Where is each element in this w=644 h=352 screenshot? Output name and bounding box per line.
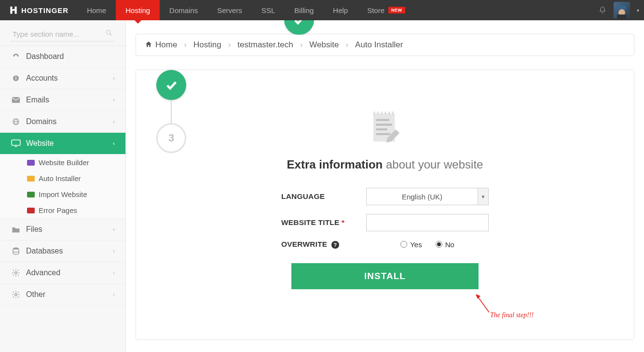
import-icon — [27, 192, 35, 197]
chevron-down-icon: ▼ — [478, 188, 488, 205]
nav-hosting[interactable]: Hosting — [116, 0, 160, 20]
install-form: LANGUAGE English (UK) ▼ WEBSITE TITLE * — [281, 188, 489, 289]
overwrite-label: OVERWRITE ? — [281, 240, 366, 249]
svg-point-14 — [13, 248, 19, 250]
overwrite-yes[interactable]: Yes — [400, 240, 422, 249]
sidebar: Dashboard Accounts ‹ Emails ‹ Domains ‹ … — [0, 20, 126, 352]
chevron-left-icon: ‹ — [113, 75, 115, 82]
brand-logo[interactable]: HOSTINGER — [0, 0, 77, 20]
chevron-right-icon: › — [184, 40, 187, 50]
breadcrumb-home[interactable]: Home — [145, 40, 177, 50]
sub-error-pages[interactable]: Error Pages — [0, 202, 125, 218]
breadcrumb-current: Auto Installer — [355, 40, 403, 50]
database-icon — [11, 247, 21, 255]
svg-rect-8 — [12, 97, 20, 103]
radio-icon — [400, 241, 407, 248]
breadcrumb-hosting[interactable]: Hosting — [193, 40, 221, 50]
sidebar-item-emails[interactable]: Emails ‹ — [0, 89, 125, 111]
sidebar-item-databases[interactable]: Databases ‹ — [0, 240, 125, 262]
install-card: 3 Extra information about your website L… — [136, 70, 634, 340]
breadcrumb: Home › Hosting › testmaster.tech › Websi… — [136, 34, 634, 56]
monitor-icon — [11, 139, 21, 148]
avatar-image — [615, 5, 629, 18]
chevron-left-icon: ‹ — [113, 226, 115, 233]
nav-billing[interactable]: Billing — [285, 0, 323, 20]
language-select[interactable]: English (UK) ▼ — [366, 188, 489, 205]
overwrite-no[interactable]: No — [436, 240, 454, 249]
card-title: Extra information about your website — [155, 158, 615, 171]
chevron-left-icon: ‹ — [113, 140, 115, 147]
error-icon — [27, 208, 35, 213]
sidebar-item-accounts[interactable]: Accounts ‹ — [0, 68, 125, 89]
primary-nav: Home Hosting Domains Servers SSL Billing… — [77, 0, 414, 20]
nav-ssl[interactable]: SSL — [252, 0, 285, 20]
new-badge: NEW — [388, 7, 405, 14]
notifications-icon[interactable] — [598, 6, 607, 14]
svg-point-15 — [15, 272, 17, 274]
svg-rect-6 — [15, 78, 16, 80]
website-title-label: WEBSITE TITLE * — [281, 218, 366, 227]
breadcrumb-domain[interactable]: testmaster.tech — [237, 40, 293, 50]
sub-import-website[interactable]: Import Website — [0, 186, 125, 202]
website-title-input[interactable] — [366, 214, 489, 231]
step-1-circle-partial — [284, 20, 314, 35]
svg-point-7 — [15, 76, 16, 77]
sub-website-builder[interactable]: Website Builder — [0, 155, 125, 170]
sidebar-item-domains[interactable]: Domains ‹ — [0, 111, 125, 133]
field-language: LANGUAGE English (UK) ▼ — [281, 188, 489, 205]
svg-point-16 — [15, 294, 17, 296]
chevron-right-icon: › — [300, 40, 303, 50]
main-content: Home › Hosting › testmaster.tech › Websi… — [126, 20, 644, 352]
nav-help[interactable]: Help — [323, 0, 357, 20]
brand-text: HOSTINGER — [21, 6, 69, 14]
folder-icon — [11, 225, 21, 234]
nav-servers[interactable]: Servers — [207, 0, 252, 20]
language-label: LANGUAGE — [281, 192, 366, 201]
sidebar-item-files[interactable]: Files ‹ — [0, 219, 125, 240]
sidebar-item-other[interactable]: Other ‹ — [0, 284, 125, 306]
mail-icon — [11, 96, 21, 104]
avatar[interactable] — [614, 2, 630, 18]
step-connector — [171, 100, 172, 123]
svg-marker-29 — [476, 294, 480, 299]
annotation-text: The final step!!! — [490, 311, 534, 319]
field-overwrite: OVERWRITE ? Yes No — [281, 240, 489, 249]
nav-home[interactable]: Home — [77, 0, 116, 20]
document-edit-icon — [369, 109, 401, 148]
avatar-chevron-icon[interactable]: ▾ — [637, 8, 639, 13]
chevron-left-icon: ‹ — [113, 248, 115, 254]
hostinger-logo-icon — [9, 5, 18, 15]
info-icon — [11, 74, 21, 83]
install-button[interactable]: INSTALL — [291, 263, 479, 289]
auto-installer-icon — [27, 176, 35, 182]
chevron-left-icon: ‹ — [113, 291, 115, 298]
field-website-title: WEBSITE TITLE * — [281, 214, 489, 231]
topbar-right: ▾ — [598, 0, 644, 20]
svg-rect-2 — [617, 14, 627, 18]
breadcrumb-website[interactable]: Website — [309, 40, 339, 50]
gear-icon — [11, 290, 21, 299]
sidebar-item-dashboard[interactable]: Dashboard — [0, 46, 125, 68]
search-input[interactable] — [11, 27, 115, 42]
check-icon — [164, 78, 178, 92]
website-submenu: Website Builder Auto Installer Import We… — [0, 155, 125, 219]
help-icon[interactable]: ? — [331, 241, 339, 249]
sidebar-item-website[interactable]: Website ‹ — [0, 133, 125, 155]
nav-domains[interactable]: Domains — [160, 0, 207, 20]
step-3-circle: 3 — [156, 123, 186, 153]
gear-icon — [11, 268, 21, 277]
chevron-right-icon: › — [345, 40, 348, 50]
nav-store[interactable]: Store NEW — [357, 0, 414, 20]
chevron-left-icon: ‹ — [113, 118, 115, 125]
radio-icon — [436, 241, 442, 248]
chevron-right-icon: › — [228, 40, 231, 50]
sub-auto-installer[interactable]: Auto Installer — [0, 170, 125, 186]
sidebar-item-advanced[interactable]: Advanced ‹ — [0, 262, 125, 284]
sidebar-search — [0, 20, 125, 46]
chevron-left-icon: ‹ — [113, 269, 115, 276]
check-icon — [292, 20, 306, 27]
builder-icon — [27, 160, 35, 166]
topbar: HOSTINGER Home Hosting Domains Servers S… — [0, 0, 644, 20]
svg-rect-12 — [12, 140, 20, 145]
globe-icon — [11, 117, 21, 126]
